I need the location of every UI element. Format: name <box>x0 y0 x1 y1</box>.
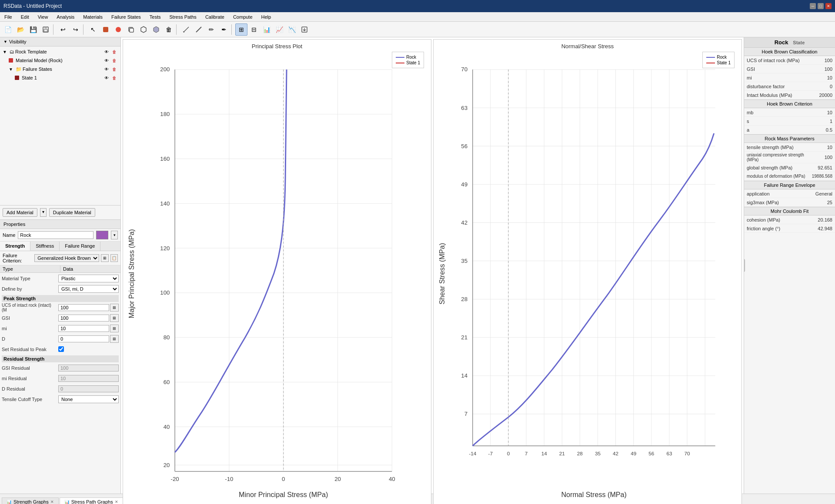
vis-eye-rock-template[interactable]: 👁 <box>103 48 110 55</box>
legend-state1: State 1 <box>396 60 420 65</box>
right-modulus-def-label: modulus of deformation (MPa) <box>747 174 806 179</box>
properties-title: Properties <box>3 222 25 227</box>
menu-edit[interactable]: Edit <box>17 12 33 21</box>
props-table-header: Type Data <box>0 265 120 273</box>
expand-rock-template[interactable]: ▼ <box>3 50 9 54</box>
gsi-input[interactable] <box>58 315 109 322</box>
draw-tool1-button[interactable] <box>180 23 192 36</box>
failure-criterion-select[interactable]: Generalized Hoek Brown <box>34 254 99 262</box>
minimize-button[interactable]: ─ <box>810 3 816 9</box>
menu-materials[interactable]: Materials <box>79 12 107 21</box>
menu-compute[interactable]: Compute <box>229 12 257 21</box>
set-residual-checkbox[interactable] <box>58 346 64 352</box>
vis-eye-failure-states[interactable]: 👁 <box>103 66 110 73</box>
tab-failure-range[interactable]: Failure Range <box>60 242 100 251</box>
grid-view-button[interactable]: ⊞ <box>235 23 247 36</box>
failure-criterion-copy-btn[interactable]: 📋 <box>110 254 118 262</box>
name-input[interactable] <box>18 231 94 239</box>
right-sig3max-label: sig3max (MPa) <box>747 200 806 205</box>
menu-tests[interactable]: Tests <box>145 12 165 21</box>
residual-header: Residual Strength <box>2 355 119 362</box>
material-type-row: Material Type Plastic <box>2 274 119 283</box>
mi-input[interactable] <box>58 325 109 332</box>
right-ucs-label: UCS of intact rock (MPa) <box>747 58 806 63</box>
define-by-label: Define by <box>2 286 58 292</box>
hexagon-tool2-button[interactable] <box>150 23 162 36</box>
d-picker-btn[interactable]: ⊞ <box>110 335 119 343</box>
rock-mass-title: Rock Mass Parameters <box>765 136 814 141</box>
menu-help[interactable]: Help <box>257 12 276 21</box>
new-button[interactable]: 📄 <box>2 23 14 36</box>
ucs-input-group: ⊞ <box>58 304 119 312</box>
d-input[interactable] <box>58 335 109 342</box>
bar-chart-button[interactable]: 📊 <box>261 23 273 36</box>
svg-text:63: 63 <box>666 451 672 456</box>
gsi-picker-btn[interactable]: ⊞ <box>110 314 119 322</box>
tab-strength[interactable]: Strength <box>0 242 30 251</box>
vis-delete-rock-template[interactable]: 🗑 <box>111 48 118 55</box>
close-strength-graphs[interactable]: ✕ <box>50 500 54 504</box>
close-button[interactable]: ✕ <box>825 3 832 9</box>
open-button[interactable]: 📂 <box>14 23 27 36</box>
line-chart-button[interactable]: 📈 <box>273 23 285 36</box>
select-tool-button[interactable]: ↖ <box>87 23 99 36</box>
tab-strength-graphs[interactable]: 📊 Strength Graphs ✕ <box>2 497 59 504</box>
pen-button[interactable]: ✒ <box>218 23 230 36</box>
color-dropdown-btn[interactable]: ▾ <box>111 231 118 239</box>
vis-eye-material[interactable]: 👁 <box>103 57 110 64</box>
material-label: Material Model (Rock) <box>16 58 102 63</box>
vis-eye-state1[interactable]: 👁 <box>103 74 110 81</box>
tab-stiffness[interactable]: Stiffness <box>30 242 60 251</box>
maximize-button[interactable]: □ <box>818 3 824 9</box>
draw-tool2-button[interactable] <box>193 23 205 36</box>
ucs-input[interactable] <box>58 304 109 311</box>
tree-rock-template: ▼ 🗂 Rock Template 👁 🗑 <box>1 47 120 56</box>
delete-button[interactable]: 🗑 <box>163 23 175 36</box>
duplicate-button[interactable] <box>125 23 137 36</box>
mi-row: mi ⊞ <box>2 324 119 333</box>
table-view-button[interactable]: ⊟ <box>248 23 260 36</box>
undo-button[interactable]: ↩ <box>57 23 69 36</box>
menu-file[interactable]: File <box>0 12 17 21</box>
close-stress-path-graphs[interactable]: ✕ <box>115 500 118 504</box>
vis-btn-arrow[interactable]: ▾ <box>40 208 47 217</box>
add-rock-button[interactable] <box>100 23 112 36</box>
vis-delete-material[interactable]: 🗑 <box>111 57 118 64</box>
right-a-row: a 0.5 <box>744 126 835 134</box>
material-type-select[interactable]: Plastic <box>58 275 119 282</box>
props-name-row: Name ▾ <box>0 229 120 242</box>
collapse-arrow[interactable]: ◀ <box>744 259 745 272</box>
redo-button[interactable]: ↪ <box>70 23 82 36</box>
menu-failure-states[interactable]: Failure States <box>107 12 145 21</box>
right-disturbance-value: 0 <box>806 84 832 89</box>
duplicate-material-button[interactable]: Duplicate Material <box>49 208 95 217</box>
menu-view[interactable]: View <box>33 12 53 21</box>
mi-picker-btn[interactable]: ⊞ <box>110 325 119 332</box>
state1-icon <box>15 76 19 80</box>
right-friction-label: friction angle (°) <box>747 226 806 231</box>
svg-text:56: 56 <box>648 451 655 456</box>
define-by-select[interactable]: GSI, mi, D <box>58 285 119 293</box>
color-swatch[interactable] <box>96 231 108 239</box>
menu-calibrate[interactable]: Calibrate <box>201 12 229 21</box>
export-button[interactable] <box>298 23 311 36</box>
hexagon-tool1-button[interactable] <box>137 23 150 36</box>
material-type-label: Material Type <box>2 276 58 281</box>
menu-stress-paths[interactable]: Stress Paths <box>165 12 201 21</box>
svg-text:0: 0 <box>507 451 510 456</box>
failure-criterion-grid-btn[interactable]: ⊞ <box>101 254 108 262</box>
ucs-picker-btn[interactable]: ⊞ <box>110 304 119 312</box>
save-button[interactable]: 💾 <box>27 23 39 36</box>
area-chart-button[interactable]: 📉 <box>286 23 298 36</box>
normal-shear-legend: Rock State 1 <box>702 52 735 68</box>
tab-stress-path-graphs[interactable]: 📊 Stress Path Graphs ✕ <box>60 497 123 504</box>
vis-delete-state1[interactable]: 🗑 <box>111 74 118 81</box>
pencil-button[interactable]: ✏ <box>205 23 217 36</box>
add-material-button[interactable] <box>112 23 124 36</box>
add-material-button-vis[interactable]: Add Material <box>3 208 37 217</box>
vis-delete-failure-states[interactable]: 🗑 <box>111 66 118 73</box>
expand-failure-states[interactable]: ▼ <box>9 67 15 72</box>
tensile-cutoff-select[interactable]: None <box>58 395 119 403</box>
saveas-button[interactable] <box>40 23 52 36</box>
menu-analysis[interactable]: Analysis <box>52 12 79 21</box>
